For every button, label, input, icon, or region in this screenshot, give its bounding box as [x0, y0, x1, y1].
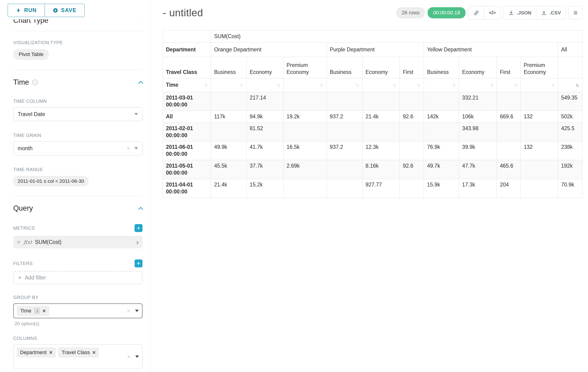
clear-all-icon[interactable]: × — [127, 354, 131, 360]
caret-down-icon[interactable] — [135, 310, 139, 312]
pivot-cell — [497, 141, 521, 160]
group-by-tag-label: Time — [20, 308, 31, 314]
columns-control[interactable]: Department × Travel Class × × — [13, 344, 142, 369]
plus-circle-icon — [53, 8, 58, 13]
group-by-options-hint: 20 option(s) — [13, 321, 142, 326]
download-button-group: .JSON .CSV — [503, 6, 566, 20]
group-by-control[interactable]: Time i × × — [13, 303, 142, 318]
pivot-cell — [211, 92, 247, 111]
pivot-leaf-header: Economy — [247, 57, 284, 78]
chevron-up-icon[interactable] — [138, 81, 143, 85]
sort-icon[interactable]: ↑↓ — [204, 82, 208, 88]
sort-icon[interactable]: ↑↓ — [320, 82, 324, 88]
caret-down-icon[interactable] — [135, 355, 139, 358]
sort-icon[interactable]: ↑↓ — [417, 82, 421, 88]
pivot-cell — [521, 123, 558, 141]
remove-tag-icon[interactable]: × — [49, 350, 52, 355]
chart-type-section-header[interactable]: Chart Type · · — [13, 19, 142, 26]
sort-icon[interactable]: ↑↓ — [240, 82, 243, 88]
pivot-sort-cell[interactable]: ↑↓ — [247, 78, 284, 92]
pivot-sort-cell[interactable]: ↑↓ — [459, 78, 497, 92]
sort-icon[interactable]: ↑↓ — [514, 82, 517, 88]
time-range-pill[interactable]: 2011-01-01 ≤ col < 2011-06-30 — [13, 176, 89, 186]
plus-icon: + — [18, 274, 22, 281]
pivot-cell: 92.6 — [400, 160, 424, 179]
add-filter-button[interactable]: + Add filter — [13, 271, 142, 284]
clear-icon[interactable]: × — [127, 145, 130, 151]
columns-tag-label: Travel Class — [62, 350, 90, 355]
copy-link-button[interactable] — [468, 6, 484, 20]
pivot-group-header: All — [558, 43, 582, 57]
pivot-cell — [362, 92, 400, 111]
run-button[interactable]: RUN — [8, 4, 45, 17]
pivot-leaf-header: First — [497, 57, 521, 78]
add-filter-plus-button[interactable]: + — [135, 259, 142, 267]
pivot-cell: 17.3k — [459, 179, 497, 198]
pivot-cell: 2.69k — [283, 160, 326, 179]
pivot-cell — [497, 92, 521, 111]
pivot-table-container: SUM(Cost)DepartmentOrange DepartmentPurp… — [163, 30, 582, 198]
sort-icon[interactable]: ↑↓ — [551, 82, 555, 88]
pivot-cell: 15.2k — [247, 179, 284, 198]
pivot-cell: 937.2 — [326, 111, 362, 123]
pivot-cell — [362, 123, 400, 141]
pivot-cell — [283, 179, 326, 198]
pivot-cell — [400, 92, 424, 111]
pivot-cell: 45.5k — [211, 160, 247, 179]
remove-metric-icon[interactable]: × — [17, 239, 21, 245]
pivot-sort-cell[interactable]: ↑↓ — [497, 78, 521, 92]
pivot-sort-cell[interactable]: ↑↓ — [362, 78, 400, 92]
pivot-cell: 49.9k — [211, 141, 247, 160]
embed-code-button[interactable]: </> — [484, 6, 501, 20]
columns-tag[interactable]: Travel Class × — [58, 348, 99, 357]
caret-down-icon — [134, 113, 138, 115]
pivot-cell: 343.98 — [459, 123, 497, 141]
pivot-cell: 94.9k — [247, 111, 284, 123]
time-column-select[interactable]: Travel Date — [13, 107, 142, 121]
row-count-badge: 26 rows — [396, 7, 425, 18]
pivot-sort-cell[interactable]: ↑↓ — [521, 78, 558, 92]
remove-tag-icon[interactable]: × — [93, 350, 95, 355]
filters-label: FILTERS — [13, 261, 33, 266]
share-button-group: </> — [468, 6, 501, 20]
metric-pill[interactable]: × ƒ(x) SUM(Cost) › — [13, 236, 142, 248]
download-json-label: .JSON — [517, 10, 531, 16]
pivot-sort-cell[interactable]: ↑↓ — [326, 78, 362, 92]
pivot-sort-cell[interactable]: ↑↓ — [424, 78, 459, 92]
add-metric-button[interactable]: + — [135, 224, 142, 232]
remove-tag-icon[interactable]: × — [42, 308, 46, 314]
pivot-group-header: Orange Department — [211, 43, 327, 57]
group-by-tag[interactable]: Time i × — [17, 306, 49, 316]
chevron-right-icon[interactable]: › — [136, 238, 139, 246]
sort-icon[interactable]: ↑↓ — [277, 82, 280, 88]
sort-icon[interactable]: ↑↓ — [356, 82, 359, 88]
pivot-cell: 76.9k — [424, 141, 459, 160]
pivot-cell: 937.2 — [326, 141, 362, 160]
download-csv-button[interactable]: .CSV — [536, 6, 566, 20]
pivot-sort-cell[interactable]: ↑↓ — [558, 78, 582, 92]
pivot-sort-cell[interactable]: ↑↓ — [400, 78, 424, 92]
clear-all-icon[interactable]: × — [127, 308, 130, 314]
sort-icon[interactable]: ↑↓ — [393, 82, 397, 88]
download-json-button[interactable]: .JSON — [503, 6, 536, 20]
collapsed-chevron-icon[interactable]: · · — [135, 20, 142, 26]
time-grain-select[interactable]: month × — [13, 141, 142, 155]
pivot-subcolumn-dimension-label: Travel Class — [163, 57, 211, 78]
pivot-cell: 549.35 — [558, 92, 582, 111]
menu-button[interactable]: ≡ — [568, 6, 582, 20]
query-section-title: Query — [13, 204, 33, 213]
save-button[interactable]: SAVE — [45, 4, 84, 17]
sort-icon[interactable]: ↑↓ — [576, 82, 579, 88]
columns-tag[interactable]: Department × — [17, 348, 55, 357]
sort-icon[interactable]: ↑↓ — [490, 82, 494, 88]
pivot-sort-cell[interactable]: ↑↓ — [211, 78, 247, 92]
pivot-cell: 8.16k — [362, 160, 400, 179]
pivot-cell: 47.7k — [459, 160, 497, 179]
visualization-type-pill[interactable]: Pivot Table — [13, 49, 49, 60]
pivot-cell: 15.9k — [424, 179, 459, 198]
pivot-cell: 669.6 — [497, 111, 521, 123]
pivot-corner-cell — [163, 31, 211, 43]
pivot-sort-cell[interactable]: ↑↓ — [283, 78, 326, 92]
sort-icon[interactable]: ↑↓ — [452, 82, 456, 88]
chevron-up-icon[interactable] — [138, 207, 143, 212]
